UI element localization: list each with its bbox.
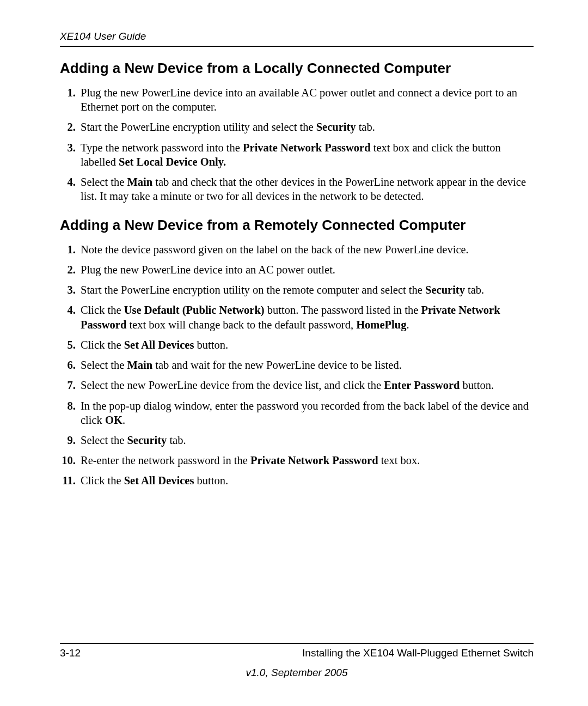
list-item: Click the Set All Devices button.	[78, 338, 534, 352]
step-text: Note the device password given on the la…	[81, 244, 469, 255]
list-item: Select the Main tab and check that the o…	[78, 175, 534, 203]
header-rule	[60, 46, 534, 47]
step-text: Select the	[81, 434, 127, 446]
bold-term: Set All Devices	[124, 339, 194, 351]
bold-term: Private Network Password	[243, 142, 371, 154]
step-text: Select the new PowerLine device from the…	[81, 379, 384, 391]
steps-local: Plug the new PowerLine device into an av…	[60, 86, 534, 204]
list-item: Select the new PowerLine device from the…	[78, 378, 534, 392]
running-header: XE104 User Guide	[60, 31, 534, 42]
step-text: Plug the new PowerLine device into an AC…	[81, 264, 335, 276]
step-text: Type the network password into the	[81, 142, 243, 154]
list-item: In the pop-up dialog window, enter the p…	[78, 399, 534, 427]
bold-term: HomePlug	[356, 319, 406, 331]
footer-version: v1.0, September 2005	[60, 667, 534, 679]
footer-row: 3-12 Installing the XE104 Wall-Plugged E…	[60, 647, 534, 659]
step-text: Select the	[81, 359, 127, 371]
section-heading-local: Adding a New Device from a Locally Conne…	[60, 60, 534, 77]
bold-term: Security	[316, 121, 356, 133]
step-text: button.	[194, 339, 228, 351]
page-number: 3-12	[60, 647, 81, 659]
step-text: tab.	[465, 284, 484, 296]
bold-term: Main	[127, 359, 152, 371]
step-text: tab and wait for the new PowerLine devic…	[152, 359, 402, 371]
list-item: Type the network password into the Priva…	[78, 141, 534, 169]
step-text: Start the PowerLine encryption utility a…	[81, 121, 316, 133]
step-text: Re-enter the network password in the	[81, 454, 250, 466]
step-text: text box will change back to the default…	[126, 319, 356, 331]
step-text: Click the	[81, 474, 124, 486]
list-item: Select the Security tab.	[78, 433, 534, 447]
bold-term: Security	[127, 434, 167, 446]
step-text: text box.	[378, 454, 420, 466]
step-text: Select the	[81, 176, 127, 188]
step-text: button.	[460, 379, 494, 391]
step-text: tab.	[167, 434, 186, 446]
bold-term: OK	[105, 414, 122, 426]
section-heading-remote: Adding a New Device from a Remotely Conn…	[60, 217, 534, 234]
list-item: Start the PowerLine encryption utility a…	[78, 120, 534, 134]
step-text: button.	[194, 474, 228, 486]
list-item: Re-enter the network password in the Pri…	[78, 453, 534, 467]
step-text: Plug the new PowerLine device into an av…	[81, 87, 517, 113]
step-text: In the pop-up dialog window, enter the p…	[81, 400, 529, 426]
steps-remote: Note the device password given on the la…	[60, 242, 534, 488]
bold-term: Set All Devices	[124, 474, 194, 486]
bold-term: Enter Password	[384, 379, 460, 391]
list-item: Click the Use Default (Public Network) b…	[78, 303, 534, 331]
page-footer: 3-12 Installing the XE104 Wall-Plugged E…	[60, 643, 534, 679]
bold-term: Private Network Password	[250, 454, 378, 466]
list-item: Click the Set All Devices button.	[78, 473, 534, 488]
list-item: Start the PowerLine encryption utility o…	[78, 283, 534, 297]
bold-term: Security	[425, 284, 465, 296]
step-text: .	[122, 414, 125, 426]
step-text: .	[406, 319, 409, 331]
step-text: Click the	[81, 339, 124, 351]
list-item: Plug the new PowerLine device into an AC…	[78, 263, 534, 277]
bold-term: Use Default (Public Network)	[124, 304, 265, 316]
step-text: Start the PowerLine encryption utility o…	[81, 284, 425, 296]
chapter-title: Installing the XE104 Wall-Plugged Ethern…	[302, 647, 534, 659]
page: XE104 User Guide Adding a New Device fro…	[0, 0, 588, 706]
bold-term: Set Local Device Only.	[119, 156, 226, 168]
list-item: Select the Main tab and wait for the new…	[78, 358, 534, 372]
step-text: tab.	[356, 121, 375, 133]
list-item: Plug the new PowerLine device into an av…	[78, 86, 534, 114]
bold-term: Main	[127, 176, 152, 188]
step-text: button. The password listed in the	[265, 304, 421, 316]
list-item: Note the device password given on the la…	[78, 242, 534, 257]
step-text: Click the	[81, 304, 124, 316]
footer-rule	[60, 643, 534, 644]
